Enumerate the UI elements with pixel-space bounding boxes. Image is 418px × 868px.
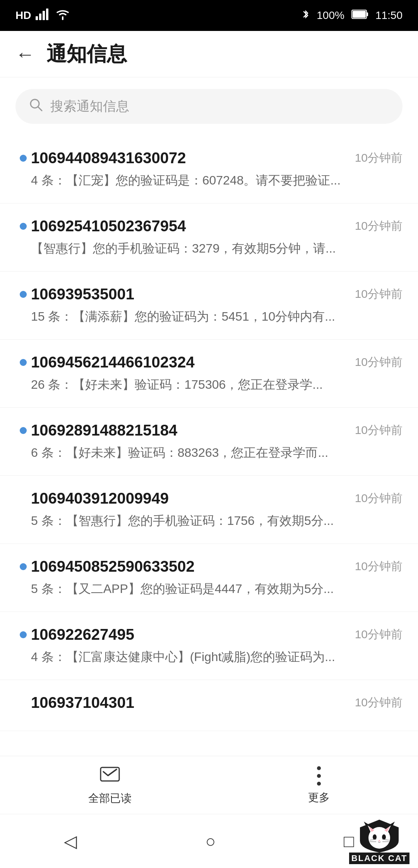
unread-dot <box>20 359 27 366</box>
status-bar: HD 100% <box>0 0 418 31</box>
sender-number: 10692891488215184 <box>31 422 177 439</box>
bluetooth-icon <box>302 9 310 23</box>
unread-indicator <box>15 422 31 434</box>
svg-point-10 <box>317 766 321 770</box>
battery-icon <box>351 9 368 22</box>
unread-indicator <box>15 558 31 570</box>
sender-number: 1069403912009949 <box>31 490 169 507</box>
time-label: 10分钟前 <box>355 490 403 506</box>
message-preview: 26 条：【好未来】验证码：175306，您正在登录学... <box>31 376 379 393</box>
message-preview: 5 条：【智惠行】您的手机验证码：1756，有效期5分... <box>31 513 379 530</box>
time-label: 10分钟前 <box>355 286 403 302</box>
search-placeholder: 搜索通知信息 <box>50 97 129 115</box>
message-content: 106925410502367954 10分钟前 【智惠行】您的手机验证码：32… <box>31 217 403 257</box>
message-preview: 4 条：【汇富康达健康中心】(Fight减脂)您的验证码为... <box>31 649 379 666</box>
message-content: 10694408943163​0072 10分钟前 4 条：【汇宠】您的验证码是… <box>31 149 403 189</box>
sender-number: 106937104301 <box>31 694 134 711</box>
svg-rect-0 <box>36 16 38 20</box>
black-cat-label: BLACK CAT <box>349 853 410 864</box>
message-preview: 6 条：【好未来】验证码：883263，您正在登录学而... <box>31 444 379 461</box>
read-all-icon <box>99 765 120 787</box>
time-label: 10分钟前 <box>355 559 403 574</box>
message-header: 106937104301 10分钟前 <box>31 694 403 711</box>
svg-line-8 <box>38 107 42 111</box>
list-item[interactable]: 10694408943163​0072 10分钟前 4 条：【汇宠】您的验证码是… <box>0 135 418 203</box>
read-all-button[interactable]: 全部已读 <box>88 765 132 806</box>
time-label: 10分钟前 <box>355 150 403 166</box>
list-item[interactable]: 106937104301 10分钟前 <box>0 680 418 731</box>
time-label: 10分钟前 <box>355 695 403 711</box>
message-header: 1069450852590633502 10分钟前 <box>31 558 403 575</box>
sender-number: 106939535001 <box>31 285 134 303</box>
list-item[interactable]: 10692891488215184 10分钟前 6 条：【好未来】验证码：883… <box>0 408 418 476</box>
svg-point-11 <box>317 774 321 778</box>
carrier-signal <box>36 9 51 23</box>
unread-dot <box>20 427 27 434</box>
unread-indicator <box>15 149 31 162</box>
wifi-icon <box>56 9 70 23</box>
message-content: 10692891488215184 10分钟前 6 条：【好未来】验证码：883… <box>31 422 403 461</box>
page-title: 通知信息 <box>46 41 127 68</box>
unread-indicator <box>15 490 31 502</box>
unread-indicator <box>15 354 31 366</box>
search-box[interactable]: 搜索通知信息 <box>15 89 403 124</box>
unread-dot <box>20 291 27 298</box>
more-button[interactable]: 更多 <box>308 765 330 805</box>
unread-dot <box>20 155 27 162</box>
unread-indicator <box>15 217 31 230</box>
unread-dot <box>20 223 27 230</box>
message-header: 1069403912009949 10分钟前 <box>31 490 403 507</box>
svg-rect-6 <box>353 11 366 18</box>
message-content: 106939535001 10分钟前 15 条：【满添薪】您的验证码为：5451… <box>31 285 403 325</box>
search-container: 搜索通知信息 <box>0 77 418 135</box>
svg-point-21 <box>382 834 386 840</box>
time-label: 10分钟前 <box>355 218 403 234</box>
list-item[interactable]: 106945621446610​2324 10分钟前 26 条：【好未来】验证码… <box>0 340 418 408</box>
status-right: 100% 11:50 <box>302 9 403 23</box>
battery-level: 100% <box>317 9 344 22</box>
message-content: 106937104301 10分钟前 <box>31 694 403 717</box>
svg-point-12 <box>317 782 321 786</box>
list-item[interactable]: 106922627495 10分钟前 4 条：【汇富康达健康中心】(Fight减… <box>0 612 418 680</box>
unread-indicator <box>15 626 31 638</box>
sender-number: 106945621446610​2324 <box>31 354 195 371</box>
black-cat-watermark: BLACK CAT <box>341 798 418 868</box>
time-label: 10分钟前 <box>355 354 403 370</box>
message-content: 106945621446610​2324 10分钟前 26 条：【好未来】验证码… <box>31 354 403 393</box>
message-header: 106922627495 10分钟前 <box>31 626 403 643</box>
sender-number: 106925410502367954 <box>31 217 186 235</box>
message-header: 106945621446610​2324 10分钟前 <box>31 354 403 371</box>
svg-rect-1 <box>39 14 41 20</box>
sender-number: 106922627495 <box>31 626 134 643</box>
list-item[interactable]: 1069450852590633502 10分钟前 5 条：【又二APP】您的验… <box>0 544 418 612</box>
list-item[interactable]: 106939535001 10分钟前 15 条：【满添薪】您的验证码为：5451… <box>0 272 418 340</box>
message-preview: 15 条：【满添薪】您的验证码为：5451，10分钟内有... <box>31 308 379 325</box>
message-preview: 【智惠行】您的手机验证码：3279，有效期5分钟，请... <box>31 240 379 257</box>
sender-number: 10694408943163​0072 <box>31 149 186 167</box>
message-header: 106925410502367954 10分钟前 <box>31 217 403 235</box>
message-list: 10694408943163​0072 10分钟前 4 条：【汇宠】您的验证码是… <box>0 135 418 731</box>
back-button[interactable]: ← <box>15 44 35 64</box>
hd-badge: HD <box>15 9 31 22</box>
status-left: HD <box>15 9 70 23</box>
message-content: 106922627495 10分钟前 4 条：【汇富康达健康中心】(Fight减… <box>31 626 403 666</box>
read-all-label: 全部已读 <box>88 791 132 806</box>
svg-rect-3 <box>46 9 48 20</box>
home-bar: ◁ ○ □ <box>0 814 418 868</box>
unread-dot <box>20 563 27 570</box>
list-item[interactable]: 1069403912009949 10分钟前 5 条：【智惠行】您的手机验证码：… <box>0 476 418 544</box>
list-item[interactable]: 106925410502367954 10分钟前 【智惠行】您的手机验证码：32… <box>0 203 418 272</box>
svg-point-20 <box>373 834 377 840</box>
time-label: 10分钟前 <box>355 422 403 438</box>
back-gesture[interactable]: ◁ <box>64 831 77 851</box>
message-header: 106939535001 10分钟前 <box>31 285 403 303</box>
home-gesture[interactable]: ○ <box>205 832 216 851</box>
unread-dot <box>20 631 27 638</box>
svg-rect-5 <box>367 12 368 16</box>
unread-indicator <box>15 285 31 298</box>
search-icon <box>29 98 43 115</box>
unread-indicator <box>15 694 31 706</box>
message-preview: 4 条：【汇宠】您的验证码是：607248。请不要把验证... <box>31 172 379 189</box>
message-preview: 5 条：【又二APP】您的验证码是4447，有效期为5分... <box>31 581 379 598</box>
message-header: 10694408943163​0072 10分钟前 <box>31 149 403 167</box>
